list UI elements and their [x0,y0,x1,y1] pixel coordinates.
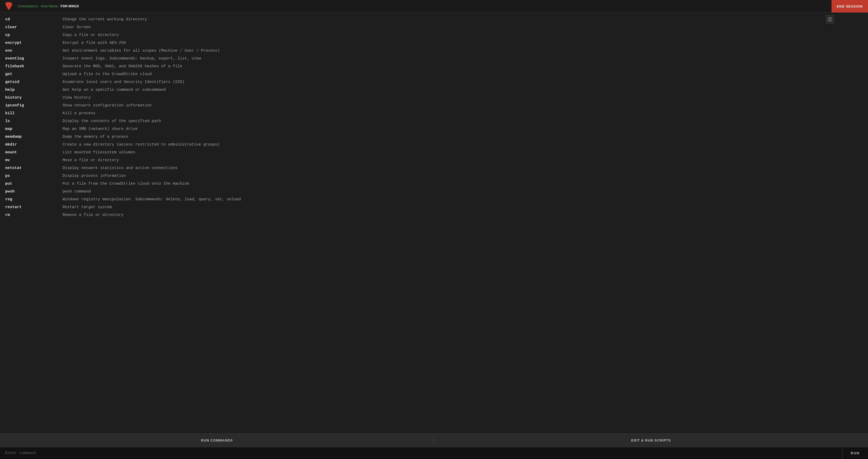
command-description: Display process information [63,173,126,179]
command-description: Change the current working directory [63,17,147,23]
command-name: mount [5,149,63,156]
command-row: cdChange the current working directory [5,16,863,24]
command-name: getsid [5,79,63,85]
command-description: Get environment variables for all scopes… [63,48,220,54]
command-description: Remove a file or directory [63,212,124,218]
command-row: clearClear Screen [5,24,863,31]
command-row: envGet environment variables for all sco… [5,47,863,55]
command-row: netstatDisplay network statistics and ac… [5,164,863,172]
layout-icon [828,17,832,21]
command-row: ipconfigShow network configuration infor… [5,102,863,110]
svg-rect-4 [830,18,832,21]
svg-rect-3 [828,18,830,21]
command-name: env [5,48,63,54]
command-name: put [5,181,63,187]
command-row: getUpload a file to the CrowdStrike clou… [5,70,863,78]
command-row: killKill a process [5,110,863,117]
command-name: ps [5,173,63,179]
command-row: rmRemove a file or directory [5,211,863,219]
command-row: eventlogInspect event logs. Subcommands:… [5,55,863,63]
command-row: memdumpDump the memory of a process [5,133,863,141]
edit-run-scripts-tab[interactable]: EDIT & RUN SCRIPTS [434,434,868,447]
end-session-button[interactable]: END SESSION [832,0,868,12]
command-name: mkdir [5,142,63,148]
command-description: Generate the MD5, SHA1, and SHA256 hashe… [63,63,182,69]
command-description: Move a file or directory [63,157,119,164]
command-row: mountList mounted filesystem volumes [5,149,863,156]
command-description: Copy a file or directory [63,32,119,38]
command-name: restart [5,204,63,210]
tab-bar: RUN COMMANDS EDIT & RUN SCRIPTS [0,433,868,447]
command-description: Show network configuration information [63,103,152,109]
main-content: cdChange the current working directorycl… [0,12,868,459]
command-name: pwsh [5,189,63,195]
command-name: ls [5,118,63,124]
falcon-icon [4,2,13,11]
command-description: Kill a process [63,110,95,117]
command-row: lsDisplay the contents of the specified … [5,117,863,125]
panel-toggle-icon[interactable] [826,15,834,24]
command-description: Display the contents of the specified pa… [63,118,161,124]
command-name: kill [5,110,63,117]
command-name: encrypt [5,40,63,46]
header: Connected to Host Name: FSR-WIN10 Platfo… [0,0,868,12]
command-row: regWindows registry manipulation. Subcom… [5,196,863,203]
command-description: Display network statistics and active co… [63,165,178,171]
command-description: Clear Screen [63,24,91,30]
command-name: cd [5,17,63,23]
command-row: mkdirCreate a new directory (access rest… [5,141,863,149]
command-description: Put a file from the CrowdStrike cloud on… [63,181,189,187]
command-name: get [5,71,63,78]
command-row: helpGet help on a specific command or su… [5,86,863,94]
command-description: Windows registry manipulation. Subcomman… [63,196,241,203]
command-name: memdump [5,134,63,140]
command-description: View History [63,95,91,101]
command-row: mapMap an SMB (network) share drive [5,125,863,133]
command-row: historyView History [5,94,863,102]
command-name: reg [5,196,63,203]
run-commands-tab[interactable]: RUN COMMANDS [0,434,434,447]
logo [4,2,13,11]
command-row: encryptEncrypt a file with AES-256 [5,39,863,47]
command-name: map [5,126,63,132]
command-name: rm [5,212,63,218]
command-row: getsidEnumerate local users and Security… [5,78,863,86]
command-row: restartRestart target system [5,203,863,211]
command-name: ipconfig [5,103,63,109]
command-row: psDisplay process information [5,172,863,180]
command-description: Encrypt a file with AES-256 [63,40,126,46]
command-name: filehash [5,63,63,69]
command-name: help [5,87,63,93]
input-bar: RUN [0,447,868,459]
command-name: history [5,95,63,101]
command-row: cpCopy a file or directory [5,31,863,39]
run-button[interactable]: RUN [842,447,868,459]
command-description: Create a new directory (access restricte… [63,142,220,148]
command-name: cp [5,32,63,38]
command-description: Inspect event logs. Subcommands: backup,… [63,56,201,62]
command-row: filehashGenerate the MD5, SHA1, and SHA2… [5,63,863,70]
command-description: Dump the memory of a process [63,134,128,140]
command-description: Restart target system [63,204,112,210]
command-list[interactable]: cdChange the current working directorycl… [0,12,868,433]
connection-status: Connected to Host Name: FSR-WIN10 [18,4,828,8]
command-row: pwshpwsh command [5,188,863,196]
command-description: Map an SMB (network) share drive [63,126,137,132]
command-name: clear [5,24,63,30]
command-row: putPut a file from the CrowdStrike cloud… [5,180,863,188]
command-description: Enumerate local users and Security Ident… [63,79,185,85]
command-row: mvMove a file or directory [5,156,863,164]
command-description: List mounted filesystem volumes [63,149,135,156]
command-description: Upload a file to the CrowdStrike cloud [63,71,152,78]
command-name: mv [5,157,63,164]
command-name: netstat [5,165,63,171]
command-description: Get help on a specific command or subcom… [63,87,166,93]
command-input[interactable] [0,447,842,459]
command-description: pwsh command [63,189,91,195]
command-name: eventlog [5,56,63,62]
